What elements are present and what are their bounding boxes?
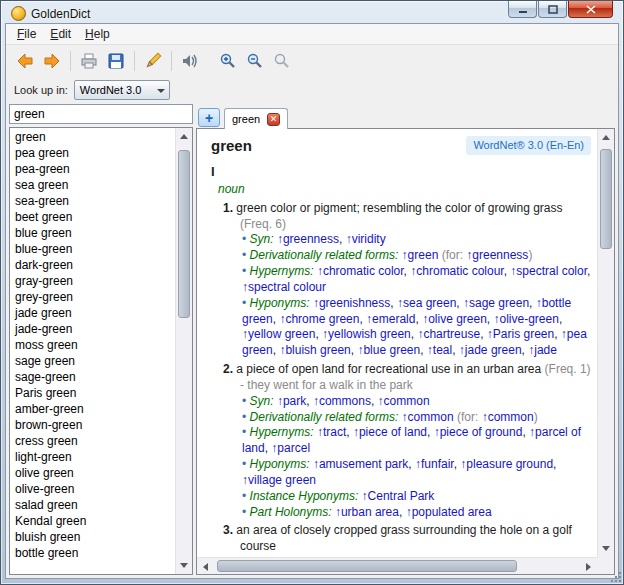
resize-grip[interactable]: [610, 571, 622, 583]
list-item[interactable]: brown-green: [10, 417, 175, 433]
word-link[interactable]: ↑tract: [317, 425, 346, 439]
zoom-reset-button[interactable]: [269, 48, 295, 74]
word-link[interactable]: ↑jade: [528, 343, 557, 357]
word-link[interactable]: ↑teal: [427, 343, 452, 357]
word-link[interactable]: ↑park: [277, 394, 306, 408]
dictionary-group-select[interactable]: WordNet 3.0: [74, 80, 170, 100]
list-item[interactable]: pea green: [10, 145, 175, 161]
word-link[interactable]: ↑green: [402, 248, 439, 262]
tab-green[interactable]: green ✕: [224, 108, 288, 129]
scrollbar-thumb[interactable]: [600, 149, 612, 249]
word-link[interactable]: ↑yellowish green: [322, 327, 411, 341]
list-item[interactable]: grey-green: [10, 289, 175, 305]
close-button[interactable]: [568, 1, 613, 18]
word-link[interactable]: ↑chromatic colour: [410, 264, 503, 278]
list-item[interactable]: pea-green: [10, 161, 175, 177]
pronounce-button[interactable]: [177, 48, 203, 74]
word-link[interactable]: ↑pleasure ground: [460, 457, 553, 471]
scrollbar-thumb[interactable]: [217, 560, 517, 572]
word-link[interactable]: ↑sage green: [463, 296, 529, 310]
zoom-out-button[interactable]: [242, 48, 268, 74]
list-item[interactable]: beet green: [10, 209, 175, 225]
list-item[interactable]: olive green: [10, 465, 175, 481]
word-link[interactable]: ↑chromatic color: [317, 264, 404, 278]
add-tab-button[interactable]: +: [198, 108, 220, 127]
menu-file[interactable]: File: [10, 25, 43, 43]
word-link[interactable]: ↑olive green: [422, 312, 487, 326]
list-item[interactable]: bluish green: [10, 529, 175, 545]
minimize-button[interactable]: [508, 1, 537, 18]
word-link[interactable]: ↑common: [378, 394, 430, 408]
word-link[interactable]: ↑village green: [242, 473, 316, 487]
list-item[interactable]: Kendal green: [10, 513, 175, 529]
word-link[interactable]: ↑bluish green: [279, 343, 350, 357]
word-link[interactable]: ↑yellow green: [242, 327, 315, 341]
word-link[interactable]: ↑piece of ground: [434, 425, 523, 439]
scroll-up-icon[interactable]: [597, 129, 614, 146]
save-article-button[interactable]: [103, 48, 129, 74]
list-item[interactable]: green: [10, 129, 175, 145]
list-item[interactable]: dark-green: [10, 257, 175, 273]
word-link[interactable]: ↑greenishness: [313, 296, 390, 310]
word-link[interactable]: ↑amusement park: [313, 457, 408, 471]
list-item[interactable]: blue-green: [10, 241, 175, 257]
search-input[interactable]: [9, 104, 193, 124]
article-vertical-scrollbar[interactable]: [597, 129, 614, 557]
word-link[interactable]: ↑emerald: [366, 312, 415, 326]
word-link[interactable]: ↑blue green: [357, 343, 420, 357]
title-bar[interactable]: GoldenDict: [5, 1, 619, 23]
word-link[interactable]: ↑urban area: [335, 505, 399, 519]
list-item[interactable]: sage green: [10, 353, 175, 369]
scroll-down-icon[interactable]: [597, 540, 614, 557]
print-button[interactable]: [76, 48, 102, 74]
article-horizontal-scrollbar[interactable]: [197, 557, 597, 574]
word-list-scrollbar[interactable]: [175, 128, 192, 574]
word-link[interactable]: ↑Paris green: [487, 327, 554, 341]
list-item[interactable]: jade green: [10, 305, 175, 321]
list-item[interactable]: blue green: [10, 225, 175, 241]
list-item[interactable]: light-green: [10, 449, 175, 465]
word-link[interactable]: ↑piece of land: [353, 425, 427, 439]
word-link[interactable]: ↑greenness: [466, 248, 528, 262]
scroll-up-icon[interactable]: [175, 128, 192, 145]
back-button[interactable]: [12, 48, 38, 74]
scrollbar-thumb[interactable]: [178, 150, 190, 318]
word-link[interactable]: ↑chartreuse: [417, 327, 480, 341]
word-link[interactable]: ↑greenness: [277, 232, 339, 246]
word-link[interactable]: ↑viridity: [346, 232, 386, 246]
list-item[interactable]: moss green: [10, 337, 175, 353]
word-link[interactable]: ↑spectral colour: [242, 280, 326, 294]
list-item[interactable]: sea-green: [10, 193, 175, 209]
zoom-in-button[interactable]: [215, 48, 241, 74]
list-item[interactable]: gray-green: [10, 273, 175, 289]
list-item[interactable]: amber-green: [10, 401, 175, 417]
word-link[interactable]: ↑parcel: [271, 441, 310, 455]
menu-help[interactable]: Help: [78, 25, 117, 43]
forward-button[interactable]: [39, 48, 65, 74]
word-link[interactable]: ↑common: [402, 410, 454, 424]
list-item[interactable]: salad green: [10, 497, 175, 513]
list-item[interactable]: bottle green: [10, 545, 175, 561]
menu-edit[interactable]: Edit: [43, 25, 78, 43]
close-tab-button[interactable]: ✕: [267, 113, 280, 126]
list-item[interactable]: cress green: [10, 433, 175, 449]
word-link[interactable]: ↑spectral color: [510, 264, 587, 278]
list-item[interactable]: sea green: [10, 177, 175, 193]
scroll-left-icon[interactable]: [197, 558, 214, 575]
edit-pencil-button[interactable]: [140, 48, 166, 74]
list-item[interactable]: Paris green: [10, 385, 175, 401]
maximize-button[interactable]: [538, 1, 567, 18]
word-link[interactable]: ↑jade green: [459, 343, 522, 357]
word-link[interactable]: ↑olive-green: [494, 312, 559, 326]
dictionary-badge[interactable]: WordNet® 3.0 (En-En): [466, 136, 591, 155]
word-link[interactable]: ↑funfair: [415, 457, 454, 471]
list-item[interactable]: olive-green: [10, 481, 175, 497]
list-item[interactable]: jade-green: [10, 321, 175, 337]
word-link[interactable]: ↑Central Park: [362, 489, 435, 503]
word-link[interactable]: ↑chrome green: [279, 312, 359, 326]
word-link[interactable]: ↑commons: [313, 394, 371, 408]
list-item[interactable]: sage-green: [10, 369, 175, 385]
word-link[interactable]: ↑common: [482, 410, 534, 424]
scroll-right-icon[interactable]: [580, 558, 597, 575]
scroll-down-icon[interactable]: [175, 557, 192, 574]
